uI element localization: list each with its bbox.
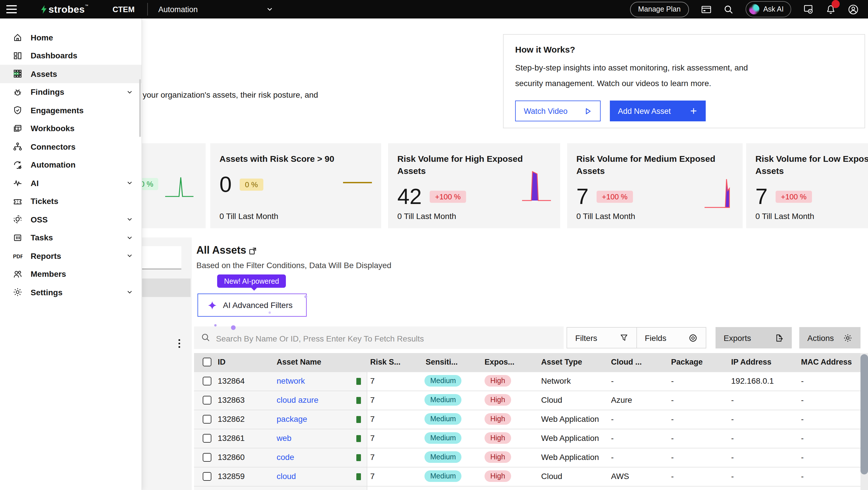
filters-fields-group: Filters Fields	[566, 327, 706, 348]
cell-asset-type: Network	[541, 376, 571, 385]
asset-name-link[interactable]: package	[277, 414, 307, 424]
hamburger-menu-icon[interactable]	[6, 5, 17, 14]
launch-icon[interactable]	[248, 247, 257, 255]
sidebar-item-engagements[interactable]: Engagements	[0, 101, 142, 119]
column-header[interactable]: Package	[671, 358, 703, 366]
exports-button[interactable]: Exports	[716, 327, 792, 348]
search-icon[interactable]	[723, 4, 733, 14]
cell-ip-address: 192.168.0.1	[731, 376, 774, 385]
sidebar-item-workbooks[interactable]: Workbooks	[0, 119, 142, 138]
automation-icon	[13, 160, 23, 170]
row-checkbox[interactable]	[203, 415, 211, 424]
cell-asset-type: Web Application	[541, 414, 599, 424]
filters-button[interactable]: Filters	[567, 328, 636, 348]
cell-asset-type: Web Application	[541, 433, 599, 442]
asset-name-link[interactable]: cloud	[277, 471, 296, 481]
column-header[interactable]: IP Address	[731, 358, 772, 366]
cell-package: -	[671, 433, 674, 442]
sidebar-item-reports[interactable]: PDFReports	[0, 247, 142, 265]
stat-card-value: 0	[219, 173, 231, 196]
cell-mac-address: -	[801, 395, 804, 404]
cell-mac-address: -	[801, 414, 804, 424]
filter-selected-item-fragment[interactable]	[142, 279, 191, 297]
dashboard-icon	[13, 51, 23, 61]
sidebar-item-label: OSS	[31, 215, 48, 224]
column-header[interactable]: Asset Name	[277, 358, 321, 366]
table-row[interactable]: 132864network7MediumHighNetwork--192.168…	[194, 372, 868, 391]
asset-name-link[interactable]: web	[277, 433, 291, 442]
risk-indicator-square	[356, 378, 361, 385]
row-checkbox[interactable]	[203, 453, 211, 462]
row-checkbox[interactable]	[203, 434, 211, 442]
table-scrollbar-track[interactable]	[861, 353, 868, 490]
sidebar-item-ai[interactable]: AI	[0, 174, 142, 192]
stat-card-value: 42	[397, 185, 422, 208]
column-header[interactable]: Cloud ...	[611, 358, 642, 366]
column-header[interactable]: Risk S...	[370, 358, 401, 366]
column-header[interactable]: MAC Address	[801, 358, 852, 366]
filter-search-input-fragment[interactable]	[142, 246, 181, 269]
notifications-bell-icon[interactable]	[826, 4, 836, 15]
actions-button[interactable]: Actions	[799, 327, 861, 348]
members-icon	[13, 269, 23, 279]
fields-button[interactable]: Fields	[636, 328, 706, 348]
chevron-down-icon[interactable]	[266, 5, 274, 13]
watch-video-button[interactable]: Watch Video	[515, 100, 600, 121]
sidebar-item-dashboards[interactable]: Dashboards	[0, 47, 142, 65]
cell-ip-address: -	[731, 453, 734, 462]
row-checkbox[interactable]	[203, 396, 211, 404]
sidebar-scrollbar-thumb[interactable]	[139, 79, 141, 137]
column-header[interactable]: ID	[218, 358, 225, 366]
table-row[interactable]: 132859cloud7MediumHighCloudAWS---	[194, 467, 868, 487]
sidebar-item-connectors[interactable]: Connectors	[0, 138, 142, 156]
account-avatar-icon[interactable]	[848, 4, 859, 15]
ai-advanced-filters-button[interactable]: AI Advanced Filters	[197, 293, 307, 317]
column-header[interactable]: Sensiti...	[426, 358, 458, 366]
stat-card: Risk Volume for Medium Exposed Assets7+1…	[567, 143, 743, 228]
sidebar-item-settings[interactable]: Settings	[0, 283, 142, 301]
plus-icon	[689, 107, 698, 115]
select-all-checkbox[interactable]	[203, 358, 211, 366]
strobes-logo[interactable]: strobes ™	[39, 4, 88, 14]
video-tour-icon[interactable]	[803, 4, 814, 15]
table-scrollbar-thumb[interactable]	[861, 354, 868, 474]
sidebar-item-assets[interactable]: Assets	[0, 65, 142, 83]
column-header[interactable]: Asset Type	[541, 358, 582, 366]
cell-id: 132861	[218, 433, 245, 442]
sidebar-item-members[interactable]: Members	[0, 265, 142, 283]
billing-card-icon[interactable]	[701, 4, 711, 14]
asset-search	[194, 326, 564, 349]
asset-name-link[interactable]: code	[277, 453, 294, 462]
sidebar-item-automation[interactable]: Automation	[0, 156, 142, 174]
column-header[interactable]: Expos...	[485, 358, 515, 366]
sidebar-item-tickets[interactable]: Tickets	[0, 192, 142, 210]
cell-risk-score: 7	[370, 471, 375, 481]
sparkline-green	[164, 174, 195, 200]
add-new-asset-button[interactable]: Add New Asset	[610, 100, 706, 121]
table-row[interactable]: 132862package7MediumHighWeb Application-…	[194, 410, 868, 429]
ask-ai-button[interactable]: Ask AI	[745, 1, 791, 17]
stat-card-value: 7	[576, 185, 588, 208]
search-input[interactable]	[215, 326, 558, 350]
table-row[interactable]: 132861web7MediumHighWeb Application----	[194, 429, 868, 449]
sidebar-item-tasks[interactable]: Tasks	[0, 229, 142, 247]
sidebar-item-findings[interactable]: Findings	[0, 83, 142, 101]
sidebar-item-home[interactable]: Home	[0, 28, 142, 47]
kebab-menu-icon[interactable]	[177, 339, 181, 348]
exposure-badge: High	[485, 470, 511, 482]
decorative-dot	[231, 325, 236, 330]
row-checkbox[interactable]	[203, 377, 211, 385]
table-row[interactable]: 132863cloud azure7MediumHighCloudAzure--…	[194, 391, 868, 410]
asset-name-link[interactable]: network	[277, 376, 305, 385]
cell-mac-address: -	[801, 471, 804, 481]
row-checkbox[interactable]	[203, 472, 211, 481]
table-row[interactable]: 132860code7MediumHighWeb Application----	[194, 449, 868, 467]
asset-name-link[interactable]: cloud azure	[277, 395, 318, 404]
cell-id: 132863	[218, 395, 245, 404]
oss-icon	[13, 215, 23, 225]
sidebar-item-oss[interactable]: OSS	[0, 210, 142, 229]
module-selector-label[interactable]: Automation	[158, 5, 198, 13]
connectors-icon	[13, 142, 23, 152]
table-row-partial[interactable]	[194, 487, 868, 490]
manage-plan-button[interactable]: Manage Plan	[630, 1, 689, 17]
